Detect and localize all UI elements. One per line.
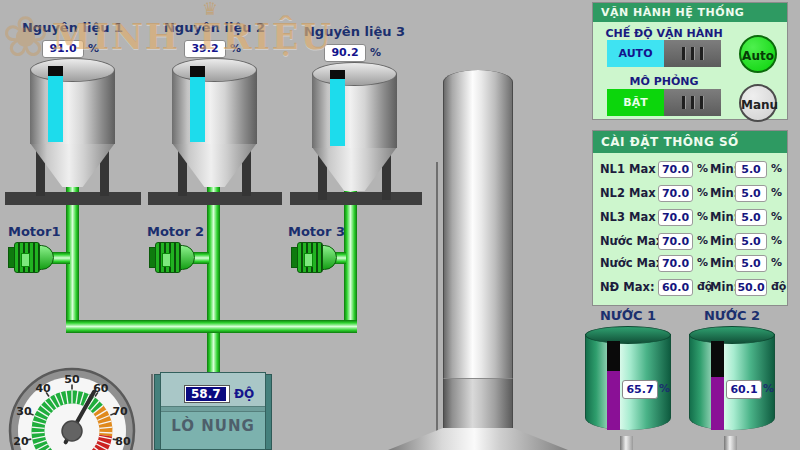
tank-level-bar bbox=[330, 70, 345, 146]
furnace-temp-value: 58.7 bbox=[186, 387, 226, 401]
min-label: Min: bbox=[710, 280, 738, 294]
svg-text:80: 80 bbox=[115, 435, 131, 448]
tank-label: Nguyên liệu 2 bbox=[157, 20, 272, 35]
material-tank-1: Nguyên liệu 1 91.0 % bbox=[25, 20, 120, 190]
tank-level-fill bbox=[48, 76, 63, 142]
water-tank2-label: NƯỚC 2 bbox=[689, 308, 775, 323]
min-unit: % bbox=[771, 162, 782, 175]
min-unit: % bbox=[771, 186, 782, 199]
temperature-gauge: 102030405060708090 bbox=[0, 366, 156, 450]
settings-row-nuoc1: Nước Max: 70.0 % Min: 5.0 % bbox=[593, 233, 789, 251]
settings-row-nl3: NL3 Max 70.0 % Min: 5.0 % bbox=[593, 209, 789, 227]
motor-slot bbox=[304, 253, 313, 267]
svg-text:50: 50 bbox=[64, 373, 80, 386]
tank-top bbox=[30, 58, 115, 82]
mode-label: CHẾ ĐỘ VẬN HÀNH bbox=[593, 27, 735, 40]
setting-label: NL3 Max bbox=[600, 210, 656, 224]
nl2-min-input[interactable]: 5.0 bbox=[735, 185, 767, 202]
max-unit: % bbox=[697, 234, 708, 247]
setting-label: NL2 Max bbox=[600, 186, 656, 200]
furnace-name: LÒ NUNG bbox=[161, 417, 265, 435]
max-unit: % bbox=[697, 256, 708, 269]
tank-platform bbox=[148, 192, 282, 205]
min-unit: độ bbox=[771, 280, 786, 293]
chimney-base-band bbox=[443, 378, 513, 428]
simulation-toggle-grip[interactable] bbox=[664, 89, 721, 116]
tank-platform bbox=[5, 192, 141, 205]
svg-text:20: 20 bbox=[13, 435, 29, 448]
setting-label: NL1 Max bbox=[600, 162, 656, 176]
water-tank1-unit: % bbox=[659, 382, 670, 395]
max-unit: % bbox=[697, 186, 708, 199]
water-tank1-label: NƯỚC 1 bbox=[585, 308, 671, 323]
min-unit: % bbox=[771, 210, 782, 223]
water-tank1-level-fill bbox=[607, 371, 620, 430]
nd-min-input[interactable]: 50.0 bbox=[735, 279, 767, 296]
nd-max-input[interactable]: 60.0 bbox=[658, 279, 693, 296]
tank-level-unit: % bbox=[88, 42, 99, 55]
auto-button[interactable]: Auto bbox=[739, 35, 777, 73]
settings-row-nl1: NL1 Max 70.0 % Min: 5.0 % bbox=[593, 161, 789, 179]
frame-divider-line bbox=[436, 162, 438, 450]
tank-level-unit: % bbox=[370, 46, 381, 59]
tank-level-unit: % bbox=[230, 42, 241, 55]
nl1-max-input[interactable]: 70.0 bbox=[658, 161, 693, 178]
pipe-manifold bbox=[66, 320, 357, 333]
nl3-min-input[interactable]: 5.0 bbox=[735, 209, 767, 226]
operation-panel-title: VẬN HÀNH HỆ THỐNG bbox=[593, 3, 787, 22]
nuoc1-max-input[interactable]: 70.0 bbox=[658, 233, 693, 250]
setting-label: NĐ Max: bbox=[600, 280, 655, 294]
nuoc1-min-input[interactable]: 5.0 bbox=[735, 233, 767, 250]
tank-level-bar bbox=[48, 66, 63, 142]
nuoc2-max-input[interactable]: 70.0 bbox=[658, 255, 693, 272]
settings-panel-title: CÀI ĐẶT THÔNG SỐ bbox=[593, 131, 787, 153]
water-tank2-level-fill bbox=[711, 377, 724, 430]
tank-label: Nguyên liệu 1 bbox=[15, 20, 130, 35]
watermark-crown-icon: ♛ bbox=[202, 0, 218, 19]
max-unit: % bbox=[697, 162, 708, 175]
min-label: Min: bbox=[710, 162, 738, 176]
water-tank2-value: 60.1 bbox=[726, 380, 762, 399]
material-tank-2: Nguyên liệu 2 39.2 % bbox=[167, 20, 262, 190]
mode-toggle-grip[interactable] bbox=[664, 40, 721, 67]
tank-level-value: 91.0 bbox=[42, 40, 84, 58]
min-unit: % bbox=[771, 234, 782, 247]
tank-level-value: 39.2 bbox=[184, 40, 226, 58]
min-label: Min: bbox=[710, 186, 738, 200]
water-tank1-value: 65.7 bbox=[622, 380, 658, 399]
material-tank-3: Nguyên liệu 3 90.2 % bbox=[307, 24, 402, 194]
svg-text:30: 30 bbox=[16, 405, 32, 418]
nuoc2-min-input[interactable]: 5.0 bbox=[735, 255, 767, 272]
tank-level-fill bbox=[190, 77, 205, 142]
svg-text:40: 40 bbox=[35, 382, 51, 395]
motor-cap bbox=[39, 245, 54, 270]
settings-row-nl2: NL2 Max 70.0 % Min: 5.0 % bbox=[593, 185, 789, 203]
furnace-divider bbox=[161, 406, 265, 412]
svg-text:70: 70 bbox=[112, 405, 128, 418]
operation-panel: VẬN HÀNH HỆ THỐNG CHẾ ĐỘ VẬN HÀNH AUTO A… bbox=[592, 2, 788, 120]
furnace-temp-input[interactable]: 58.7 bbox=[184, 385, 230, 403]
chimney-flare bbox=[388, 428, 568, 450]
motor3 bbox=[291, 241, 337, 274]
pipe-tank2-down bbox=[207, 178, 220, 378]
nl1-min-input[interactable]: 5.0 bbox=[735, 161, 767, 178]
nl3-max-input[interactable]: 70.0 bbox=[658, 209, 693, 226]
motor-slot bbox=[162, 253, 171, 267]
furnace-temp-unit: ĐỘ bbox=[234, 387, 254, 401]
settings-row-nuoc2: Nước Max: 70.0 % Min: 5.0 % bbox=[593, 255, 789, 273]
min-label: Min: bbox=[710, 210, 738, 224]
tank-level-fill bbox=[330, 79, 345, 146]
settings-panel: CÀI ĐẶT THÔNG SỐ NL1 Max 70.0 % Min: 5.0… bbox=[592, 130, 788, 306]
mode-toggle[interactable]: AUTO bbox=[607, 40, 721, 67]
water-tank1-level-bar bbox=[607, 341, 620, 430]
nl2-max-input[interactable]: 70.0 bbox=[658, 185, 693, 202]
manual-button[interactable]: Manu bbox=[739, 84, 777, 122]
water-tank1-outlet-pipe bbox=[620, 436, 633, 450]
simulation-toggle[interactable]: BẬT bbox=[607, 89, 721, 116]
water-tank2-unit: % bbox=[763, 382, 774, 395]
simulation-label: MÔ PHỎNG bbox=[593, 75, 735, 88]
tank-label: Nguyên liệu 3 bbox=[297, 24, 412, 39]
settings-row-nd: NĐ Max: 60.0 độ Min: 50.0 độ bbox=[593, 279, 789, 297]
min-unit: % bbox=[771, 256, 782, 269]
tank-level-bar bbox=[190, 66, 205, 142]
